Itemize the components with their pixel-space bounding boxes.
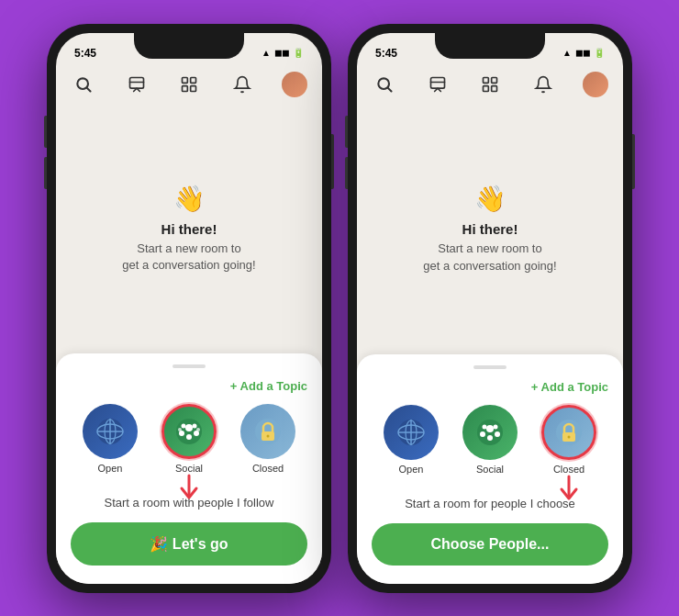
svg-point-43 <box>494 424 498 429</box>
time-right: 5:45 <box>375 47 397 60</box>
nav-bar-left <box>56 68 322 105</box>
svg-point-39 <box>480 431 485 437</box>
red-arrow-right <box>555 475 583 502</box>
svg-point-42 <box>483 424 487 429</box>
compose-icon-right[interactable] <box>425 72 451 97</box>
social-icon-right <box>462 405 518 460</box>
avatar-left[interactable] <box>282 72 307 97</box>
sheet-handle-right <box>473 365 506 369</box>
social-label-right: Social <box>476 464 504 475</box>
phones-container: 5:45 ▲ ◼◼ 🔋 <box>47 24 632 593</box>
bell-icon-right[interactable] <box>530 72 556 97</box>
room-type-open-right[interactable]: Open <box>384 405 439 475</box>
avatar-right[interactable] <box>583 72 608 97</box>
bottom-sheet-right: + Add a Topic O <box>357 354 623 584</box>
closed-icon-left <box>240 404 295 459</box>
svg-point-18 <box>193 423 197 428</box>
room-types-right: Open <box>372 405 608 475</box>
social-icon-left <box>161 404 217 459</box>
closed-label-left: Closed <box>252 463 284 474</box>
svg-point-41 <box>487 435 493 441</box>
room-type-social-left[interactable]: Social <box>161 404 217 474</box>
closed-icon-right <box>541 405 596 460</box>
svg-point-16 <box>186 434 192 440</box>
svg-line-1 <box>87 87 91 91</box>
notch-left <box>134 33 244 59</box>
open-icon-left <box>83 404 138 459</box>
social-label-left: Social <box>175 463 203 474</box>
svg-rect-29 <box>492 77 497 83</box>
svg-point-46 <box>568 435 571 438</box>
svg-rect-28 <box>484 77 489 83</box>
notch-right <box>435 33 545 59</box>
room-type-social-right[interactable]: Social <box>462 405 518 475</box>
svg-point-20 <box>196 428 200 431</box>
closed-label-right: Closed <box>553 464 584 475</box>
svg-point-38 <box>486 425 494 432</box>
room-type-closed-left[interactable]: Closed <box>240 404 295 474</box>
svg-point-19 <box>178 428 182 431</box>
svg-rect-31 <box>492 85 497 91</box>
hi-text-right: Hi there! <box>462 221 518 237</box>
status-icons-right: ▲ ◼◼ 🔋 <box>562 48 605 58</box>
svg-rect-3 <box>183 77 188 83</box>
room-type-closed-right[interactable]: Closed <box>541 405 596 475</box>
main-content-left: 👋 Hi there! Start a new room toget a con… <box>56 105 322 353</box>
hi-emoji-right: 👋 <box>474 184 506 214</box>
compose-icon[interactable] <box>124 72 150 97</box>
main-content-right: 👋 Hi there! Start a new room toget a con… <box>357 105 623 354</box>
add-topic-right[interactable]: + Add a Topic <box>372 380 608 394</box>
svg-rect-4 <box>191 77 196 83</box>
svg-rect-6 <box>191 85 196 91</box>
add-topic-left[interactable]: + Add a Topic <box>71 379 307 393</box>
open-icon-right <box>384 405 439 460</box>
svg-line-26 <box>388 87 392 91</box>
search-icon[interactable] <box>71 72 96 97</box>
sub-text-left: Start a new room toget a conversation go… <box>122 241 255 274</box>
grid-icon-right[interactable] <box>477 72 503 97</box>
search-icon-right[interactable] <box>372 72 397 97</box>
hi-emoji-left: 👋 <box>173 184 206 214</box>
bottom-sheet-left: + Add a Topic O <box>56 353 322 584</box>
action-btn-left[interactable]: 🎉 Let's go <box>71 522 307 566</box>
svg-rect-5 <box>183 85 188 91</box>
red-arrow-left <box>175 474 203 501</box>
svg-point-17 <box>182 423 186 428</box>
time-left: 5:45 <box>74 47 96 60</box>
action-btn-right[interactable]: Choose People... <box>372 523 608 566</box>
sub-text-right: Start a new room toget a conversation go… <box>423 241 556 274</box>
phone-right: 5:45 ▲ ◼◼ 🔋 <box>348 24 632 593</box>
svg-point-24 <box>267 434 270 437</box>
status-icons-left: ▲ ◼◼ 🔋 <box>262 48 304 58</box>
open-label-left: Open <box>98 463 123 474</box>
room-type-open-left[interactable]: Open <box>83 404 138 474</box>
nav-bar-right <box>357 68 623 105</box>
svg-point-40 <box>495 431 500 437</box>
svg-rect-30 <box>484 85 489 91</box>
room-types-left: Open <box>71 404 307 474</box>
sheet-handle-left <box>173 364 206 368</box>
bell-icon[interactable] <box>229 72 255 97</box>
phone-left: 5:45 ▲ ◼◼ 🔋 <box>47 24 331 593</box>
open-label-right: Open <box>399 464 424 475</box>
grid-icon[interactable] <box>176 72 202 97</box>
hi-text-left: Hi there! <box>161 221 217 237</box>
svg-point-13 <box>185 424 193 431</box>
